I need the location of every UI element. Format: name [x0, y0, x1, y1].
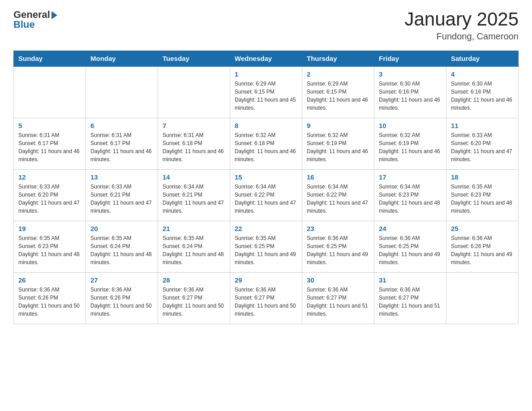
day-number: 9	[307, 122, 369, 129]
calendar-cell: 16Sunrise: 6:34 AM Sunset: 6:22 PM Dayli…	[302, 169, 374, 221]
day-number: 1	[235, 70, 297, 78]
day-number: 25	[451, 225, 514, 232]
day-number: 10	[379, 122, 442, 129]
calendar-cell: 7Sunrise: 6:31 AM Sunset: 6:18 PM Daylig…	[158, 118, 230, 169]
calendar-cell: 5Sunrise: 6:31 AM Sunset: 6:17 PM Daylig…	[14, 118, 86, 169]
days-of-week-header: SundayMondayTuesdayWednesdayThursdayFrid…	[14, 51, 519, 67]
logo-triangle-icon	[51, 11, 57, 19]
calendar-cell: 17Sunrise: 6:34 AM Sunset: 6:23 PM Dayli…	[374, 169, 446, 221]
calendar-cell: 15Sunrise: 6:34 AM Sunset: 6:22 PM Dayli…	[230, 169, 302, 221]
day-number: 12	[18, 173, 81, 181]
day-number: 4	[451, 70, 514, 78]
calendar-cell: 1Sunrise: 6:29 AM Sunset: 6:15 PM Daylig…	[230, 66, 302, 118]
calendar-cell: 23Sunrise: 6:36 AM Sunset: 6:25 PM Dayli…	[302, 221, 374, 272]
day-number: 23	[307, 225, 369, 232]
calendar-cell: 13Sunrise: 6:33 AM Sunset: 6:21 PM Dayli…	[86, 169, 158, 221]
day-info: Sunrise: 6:36 AM Sunset: 6:25 PM Dayligh…	[307, 234, 369, 266]
day-info: Sunrise: 6:31 AM Sunset: 6:18 PM Dayligh…	[163, 131, 225, 163]
day-number: 2	[307, 70, 369, 78]
calendar-cell: 25Sunrise: 6:36 AM Sunset: 6:26 PM Dayli…	[446, 221, 519, 272]
dow-header-monday: Monday	[86, 51, 158, 67]
calendar-body: 1Sunrise: 6:29 AM Sunset: 6:15 PM Daylig…	[14, 66, 519, 324]
day-number: 15	[235, 173, 297, 181]
day-number: 19	[18, 225, 81, 232]
calendar-title: January 2025	[404, 9, 519, 30]
day-info: Sunrise: 6:36 AM Sunset: 6:25 PM Dayligh…	[379, 234, 442, 266]
day-info: Sunrise: 6:35 AM Sunset: 6:25 PM Dayligh…	[235, 234, 297, 266]
calendar-cell: 29Sunrise: 6:36 AM Sunset: 6:27 PM Dayli…	[230, 272, 302, 324]
day-number: 18	[451, 173, 514, 181]
day-number: 14	[163, 173, 225, 181]
calendar-cell	[14, 66, 86, 118]
day-info: Sunrise: 6:30 AM Sunset: 6:16 PM Dayligh…	[451, 80, 514, 112]
day-number: 30	[307, 276, 369, 284]
calendar-title-block: January 2025 Fundong, Cameroon	[404, 9, 519, 42]
calendar-cell	[86, 66, 158, 118]
day-number: 27	[90, 276, 153, 284]
dow-header-sunday: Sunday	[14, 51, 86, 67]
day-info: Sunrise: 6:33 AM Sunset: 6:20 PM Dayligh…	[18, 183, 81, 215]
day-info: Sunrise: 6:29 AM Sunset: 6:15 PM Dayligh…	[307, 80, 369, 112]
day-number: 20	[90, 225, 153, 232]
day-info: Sunrise: 6:34 AM Sunset: 6:23 PM Dayligh…	[379, 183, 442, 215]
day-info: Sunrise: 6:35 AM Sunset: 6:23 PM Dayligh…	[451, 183, 514, 215]
day-number: 16	[307, 173, 369, 181]
calendar-cell: 19Sunrise: 6:35 AM Sunset: 6:23 PM Dayli…	[14, 221, 86, 272]
calendar-week-row: 5Sunrise: 6:31 AM Sunset: 6:17 PM Daylig…	[14, 118, 519, 169]
day-info: Sunrise: 6:32 AM Sunset: 6:19 PM Dayligh…	[379, 131, 442, 163]
day-number: 28	[163, 276, 225, 284]
calendar-cell: 31Sunrise: 6:36 AM Sunset: 6:27 PM Dayli…	[374, 272, 446, 324]
calendar-cell: 30Sunrise: 6:36 AM Sunset: 6:27 PM Dayli…	[302, 272, 374, 324]
day-number: 11	[451, 122, 514, 129]
day-number: 3	[379, 70, 442, 78]
dow-header-tuesday: Tuesday	[158, 51, 230, 67]
day-number: 26	[18, 276, 81, 284]
day-info: Sunrise: 6:36 AM Sunset: 6:27 PM Dayligh…	[379, 286, 442, 318]
calendar-cell: 22Sunrise: 6:35 AM Sunset: 6:25 PM Dayli…	[230, 221, 302, 272]
calendar-cell: 24Sunrise: 6:36 AM Sunset: 6:25 PM Dayli…	[374, 221, 446, 272]
dow-header-friday: Friday	[374, 51, 446, 67]
calendar-cell	[446, 272, 519, 324]
day-info: Sunrise: 6:36 AM Sunset: 6:27 PM Dayligh…	[163, 286, 225, 318]
calendar-cell: 26Sunrise: 6:36 AM Sunset: 6:26 PM Dayli…	[14, 272, 86, 324]
day-info: Sunrise: 6:35 AM Sunset: 6:24 PM Dayligh…	[163, 234, 225, 266]
day-info: Sunrise: 6:34 AM Sunset: 6:22 PM Dayligh…	[235, 183, 297, 215]
calendar-week-row: 19Sunrise: 6:35 AM Sunset: 6:23 PM Dayli…	[14, 221, 519, 272]
day-info: Sunrise: 6:36 AM Sunset: 6:26 PM Dayligh…	[90, 286, 153, 318]
day-info: Sunrise: 6:33 AM Sunset: 6:21 PM Dayligh…	[90, 183, 153, 215]
day-info: Sunrise: 6:32 AM Sunset: 6:18 PM Dayligh…	[235, 131, 297, 163]
calendar-cell: 18Sunrise: 6:35 AM Sunset: 6:23 PM Dayli…	[446, 169, 519, 221]
day-number: 22	[235, 225, 297, 232]
day-info: Sunrise: 6:34 AM Sunset: 6:22 PM Dayligh…	[307, 183, 369, 215]
day-info: Sunrise: 6:29 AM Sunset: 6:15 PM Dayligh…	[235, 80, 297, 112]
calendar-cell: 21Sunrise: 6:35 AM Sunset: 6:24 PM Dayli…	[158, 221, 230, 272]
day-info: Sunrise: 6:33 AM Sunset: 6:20 PM Dayligh…	[451, 131, 514, 163]
calendar-cell: 9Sunrise: 6:32 AM Sunset: 6:19 PM Daylig…	[302, 118, 374, 169]
day-info: Sunrise: 6:36 AM Sunset: 6:27 PM Dayligh…	[235, 286, 297, 318]
day-number: 6	[90, 122, 153, 129]
day-info: Sunrise: 6:36 AM Sunset: 6:27 PM Dayligh…	[307, 286, 369, 318]
calendar-cell: 6Sunrise: 6:31 AM Sunset: 6:17 PM Daylig…	[86, 118, 158, 169]
calendar-cell: 12Sunrise: 6:33 AM Sunset: 6:20 PM Dayli…	[14, 169, 86, 221]
day-info: Sunrise: 6:31 AM Sunset: 6:17 PM Dayligh…	[18, 131, 81, 163]
day-number: 31	[379, 276, 442, 284]
day-info: Sunrise: 6:31 AM Sunset: 6:17 PM Dayligh…	[90, 131, 153, 163]
calendar-week-row: 1Sunrise: 6:29 AM Sunset: 6:15 PM Daylig…	[14, 66, 519, 118]
day-number: 21	[163, 225, 225, 232]
day-number: 8	[235, 122, 297, 129]
day-number: 13	[90, 173, 153, 181]
calendar-cell: 27Sunrise: 6:36 AM Sunset: 6:26 PM Dayli…	[86, 272, 158, 324]
page-header: General Blue January 2025 Fundong, Camer…	[13, 9, 519, 42]
calendar-cell: 10Sunrise: 6:32 AM Sunset: 6:19 PM Dayli…	[374, 118, 446, 169]
calendar-cell: 3Sunrise: 6:30 AM Sunset: 6:16 PM Daylig…	[374, 66, 446, 118]
logo-blue-text: Blue	[13, 19, 35, 30]
calendar-subtitle: Fundong, Cameroon	[404, 31, 519, 42]
day-number: 5	[18, 122, 81, 129]
calendar-cell: 4Sunrise: 6:30 AM Sunset: 6:16 PM Daylig…	[446, 66, 519, 118]
day-info: Sunrise: 6:35 AM Sunset: 6:24 PM Dayligh…	[90, 234, 153, 266]
calendar-cell: 28Sunrise: 6:36 AM Sunset: 6:27 PM Dayli…	[158, 272, 230, 324]
calendar-cell: 2Sunrise: 6:29 AM Sunset: 6:15 PM Daylig…	[302, 66, 374, 118]
calendar-cell	[158, 66, 230, 118]
calendar-cell: 14Sunrise: 6:34 AM Sunset: 6:21 PM Dayli…	[158, 169, 230, 221]
dow-header-wednesday: Wednesday	[230, 51, 302, 67]
